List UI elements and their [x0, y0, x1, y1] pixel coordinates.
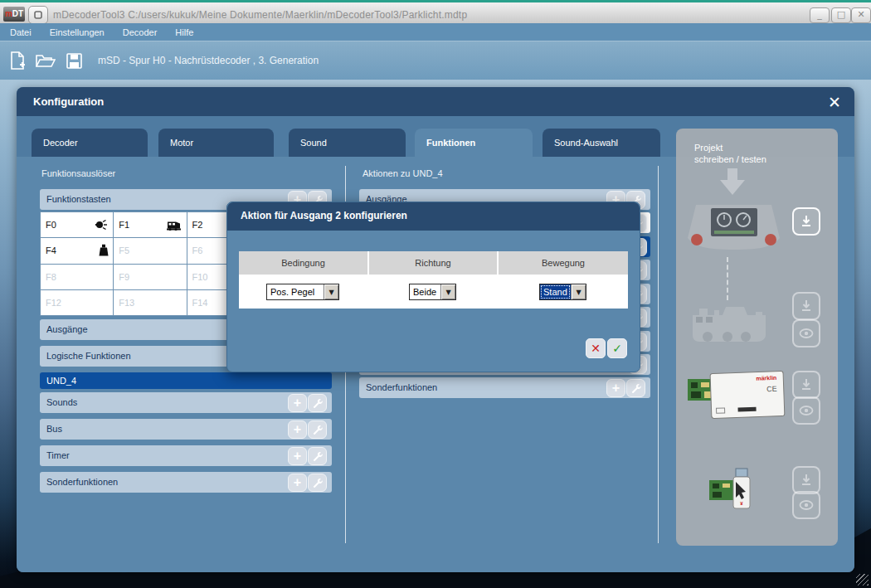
menu-item-decoder[interactable]: Decoder	[123, 27, 158, 37]
read-from-track-button[interactable]	[792, 319, 820, 347]
download-icon	[800, 378, 813, 391]
bar-label: Sonderfunktionen	[46, 477, 118, 487]
tab-funktionen[interactable]: Funktionen	[415, 129, 533, 157]
new-file-button[interactable]	[7, 51, 28, 70]
bar-bus[interactable]: Bus +	[40, 419, 332, 440]
confirm-button[interactable]: ✓	[607, 338, 627, 358]
toolbar: mSD - Spur H0 - Nachrüstdecoder , 3. Gen…	[0, 41, 871, 80]
function-key-f13[interactable]: F13	[114, 290, 186, 315]
write-with-usb-button[interactable]	[792, 466, 820, 494]
svg-text:märklin: märklin	[756, 375, 776, 381]
function-key-f8[interactable]: F8	[41, 265, 113, 289]
read-with-usb-button[interactable]	[792, 491, 820, 519]
bar-label: Logische Funktionen	[46, 351, 131, 361]
tab-sound[interactable]: Sound	[289, 129, 406, 157]
add-button[interactable]: +	[288, 474, 307, 492]
programmer-image: märklin CE	[686, 367, 787, 420]
minimize-button[interactable]: _	[810, 7, 830, 23]
open-file-button[interactable]	[35, 51, 56, 70]
chevron-down-icon[interactable]: ▼	[571, 284, 586, 299]
add-button[interactable]: +	[288, 447, 307, 465]
key-label: F10	[192, 272, 208, 282]
edit-button[interactable]	[308, 420, 327, 439]
bar-label: Sounds	[46, 397, 77, 407]
tab-sound-auswahl[interactable]: Sound-Auswahl	[543, 129, 660, 157]
bar-timer[interactable]: Timer +	[40, 445, 332, 466]
save-button[interactable]	[63, 51, 85, 70]
dropdown-value: Beide	[410, 284, 440, 299]
column-divider	[658, 166, 659, 543]
key-label: F14	[192, 298, 208, 308]
app-window-icon	[33, 10, 43, 20]
tab-label: Sound	[300, 138, 327, 148]
edit-button[interactable]	[308, 474, 327, 492]
usb-stick-image: ¥	[708, 460, 761, 513]
wrench-icon	[313, 451, 323, 461]
edit-button[interactable]	[308, 447, 327, 465]
maximize-button[interactable]: □	[831, 7, 851, 23]
panel-title: Konfiguration	[33, 95, 104, 108]
download-icon	[800, 215, 813, 228]
project-panel: Projekt schreiben / testen	[676, 129, 838, 546]
add-button[interactable]: +	[288, 394, 307, 412]
bar-sonderfunktionen[interactable]: Sonderfunktionen +	[40, 472, 332, 493]
bar-sounds[interactable]: Sounds +	[40, 392, 332, 413]
function-key-f9[interactable]: F9	[114, 265, 186, 289]
function-key-f12[interactable]: F12	[41, 290, 113, 315]
plus-icon: +	[612, 381, 620, 396]
cancel-button[interactable]: ✕	[586, 338, 606, 358]
tab-label: Sound-Auswahl	[554, 138, 618, 148]
right-section-heading: Aktionen zu UND_4	[363, 168, 443, 178]
eye-icon	[799, 405, 814, 416]
konfiguration-header	[17, 87, 854, 116]
function-key-f4[interactable]: F4	[41, 238, 113, 263]
download-icon	[800, 299, 813, 313]
bar-und4-selected[interactable]: UND_4	[40, 372, 332, 389]
download-icon	[800, 474, 813, 487]
tab-motor[interactable]: Motor	[158, 129, 274, 157]
function-key-f5[interactable]: F5	[114, 238, 186, 263]
window-title: mDecoderTool3 C:/users/kukuk/Meine Dokum…	[53, 9, 467, 21]
open-folder-icon	[36, 53, 56, 68]
bewegung-dropdown[interactable]: Stand ▼	[539, 284, 586, 300]
edit-button[interactable]	[308, 394, 327, 412]
tab-decoder[interactable]: Decoder	[32, 129, 148, 157]
bar-label: Bus	[46, 424, 62, 434]
function-key-f1[interactable]: F1	[114, 212, 186, 237]
write-to-central-station-button[interactable]	[792, 207, 820, 236]
tab-label: Motor	[170, 138, 193, 148]
headlight-icon	[94, 218, 109, 231]
close-button[interactable]: ✕	[851, 7, 871, 23]
key-label: F9	[119, 272, 129, 282]
wrench-icon	[313, 398, 323, 408]
plus-icon: +	[294, 449, 301, 464]
title-bar[interactable]: mDT mDecoderTool3 C:/users/kukuk/Meine D…	[0, 2, 871, 24]
menu-item-einstellungen[interactable]: Einstellungen	[50, 27, 105, 37]
system-menu-button[interactable]	[28, 6, 48, 24]
konfiguration-close-button[interactable]: ✕	[825, 92, 844, 112]
menu-item-datei[interactable]: Datei	[10, 27, 32, 37]
key-label: F12	[46, 298, 61, 308]
add-button[interactable]: +	[606, 379, 625, 397]
dialog-table-header: Bedingung Richtung Bewegung	[239, 251, 628, 275]
tab-label: Decoder	[43, 138, 78, 148]
chevron-down-icon[interactable]: ▼	[440, 284, 455, 299]
write-to-track-button[interactable]	[792, 292, 820, 320]
key-label: F2	[192, 220, 203, 230]
tab-label: Funktionen	[426, 138, 475, 148]
write-with-programmer-button[interactable]	[792, 371, 820, 399]
richtung-dropdown[interactable]: Beide ▼	[409, 284, 456, 300]
edit-button[interactable]	[626, 379, 645, 397]
bar-label: Ausgänge	[46, 324, 88, 334]
menu-item-hilfe[interactable]: Hilfe	[175, 27, 193, 37]
actions-sonderfunktionen-bar[interactable]: Sonderfunktionen +	[359, 377, 650, 398]
function-key-f0[interactable]: F0	[41, 212, 113, 237]
bedingung-dropdown[interactable]: Pos. Pegel ▼	[266, 284, 339, 300]
resize-grip[interactable]	[856, 574, 869, 586]
bar-label: UND_4	[46, 376, 76, 386]
add-button[interactable]: +	[288, 420, 307, 439]
chevron-down-icon[interactable]: ▼	[324, 284, 338, 299]
close-icon: ✕	[828, 93, 841, 111]
cancel-icon: ✕	[591, 342, 601, 355]
read-with-programmer-button[interactable]	[792, 396, 820, 425]
